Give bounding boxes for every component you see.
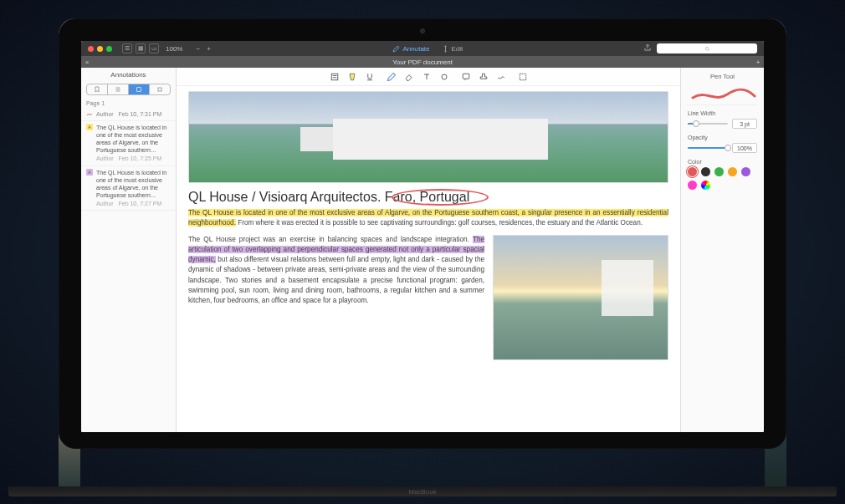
svg-rect-2 [158, 88, 161, 91]
pen-icon [387, 72, 397, 82]
new-tab-button[interactable]: + [752, 59, 764, 66]
tool-shape[interactable] [438, 71, 450, 83]
color-label: Color [688, 159, 757, 165]
camera-dot [420, 28, 425, 33]
annotation-toolbar [177, 68, 680, 86]
signature-icon [496, 72, 506, 82]
color-swatches [688, 167, 757, 190]
draw-icon [86, 110, 93, 117]
search-input[interactable] [657, 43, 757, 53]
filter-bookmarks[interactable] [87, 84, 108, 94]
linewidth-slider[interactable] [688, 123, 728, 125]
underline-icon [365, 72, 375, 82]
view-thumbnails-button[interactable]: ▦ [136, 43, 146, 53]
secondary-image [493, 235, 668, 360]
svg-rect-1 [137, 88, 141, 92]
app-window: ☰ ▦ ▭ 100% − + Annotate Edit [81, 41, 764, 432]
annotation-icon [136, 86, 142, 93]
mode-annotate-button[interactable]: Annotate [392, 45, 429, 53]
squiggle-icon [689, 86, 756, 103]
tool-form[interactable] [329, 71, 341, 83]
window-controls [88, 46, 112, 52]
titlebar: ☰ ▦ ▭ 100% − + Annotate Edit [81, 41, 764, 56]
filter-annotations[interactable] [129, 84, 150, 94]
highlight-tool-icon [347, 72, 357, 82]
opacity-value[interactable]: 100% [732, 143, 757, 153]
search-icon [704, 46, 710, 52]
pencil-icon [392, 45, 400, 53]
form-icon [330, 72, 340, 82]
eraser-icon [404, 72, 414, 82]
filter-misc[interactable] [150, 84, 170, 94]
sidebar-title: Annotations [81, 68, 176, 82]
share-button[interactable] [643, 43, 652, 53]
color-swatch-orange[interactable] [728, 167, 737, 176]
tab-bar: × Your PDF document + [81, 56, 764, 68]
tool-eraser[interactable] [403, 71, 415, 83]
svg-rect-6 [520, 74, 526, 80]
bookmark-icon [94, 86, 100, 93]
filter-outline[interactable] [108, 84, 129, 94]
annotation-item[interactable]: A The QL House is located in one of the … [81, 121, 176, 165]
note-icon [461, 72, 471, 82]
annotations-sidebar: Annotations [81, 68, 177, 432]
select-icon [518, 72, 528, 82]
document-heading: QL House / Visioarq Arquitectos. Faro, P… [188, 190, 668, 205]
zoom-in-button[interactable]: + [207, 45, 211, 53]
annotation-item[interactable]: A The QL House is located in one of the … [81, 166, 176, 211]
pen-preview [688, 84, 757, 105]
tool-text[interactable] [421, 71, 433, 83]
color-swatch-purple[interactable] [741, 167, 750, 176]
mode-edit-button[interactable]: Edit [442, 45, 463, 53]
svg-point-4 [442, 74, 447, 79]
tool-note[interactable] [460, 71, 472, 83]
linewidth-value[interactable]: 3 pt [732, 119, 757, 129]
tool-stamp[interactable] [478, 71, 489, 83]
color-swatch-pink[interactable] [688, 181, 697, 190]
zoom-level[interactable]: 100% [166, 45, 182, 53]
page-label: Page 1 [81, 99, 176, 108]
color-swatch-black[interactable] [701, 167, 710, 176]
annotation-item[interactable]: Author Feb 10, 7:31 PM [81, 108, 176, 121]
svg-point-0 [705, 47, 709, 50]
highlight-icon: A [86, 169, 93, 176]
opacity-label: Opacity [688, 135, 757, 140]
view-pages-button[interactable]: ▭ [149, 43, 159, 53]
color-swatch-red[interactable] [688, 167, 697, 176]
share-icon [643, 43, 652, 52]
tool-signature[interactable] [495, 71, 507, 83]
close-button[interactable] [88, 46, 94, 52]
document-main: QL House / Visioarq Arquitectos. Faro, P… [177, 68, 680, 432]
text-icon [422, 72, 432, 82]
minimize-button[interactable] [97, 46, 103, 52]
document-page[interactable]: QL House / Visioarq Arquitectos. Faro, P… [177, 86, 680, 432]
list-icon [115, 86, 121, 93]
inspector-title: Pen Tool [688, 73, 757, 80]
linewidth-label: Line Width [688, 110, 757, 116]
highlight-icon: A [86, 124, 93, 130]
tool-highlight[interactable] [346, 71, 358, 83]
shape-icon [439, 72, 449, 82]
sidebar-filter-tabs [86, 84, 171, 95]
svg-rect-5 [463, 74, 469, 79]
paragraph-2: The QL House project was an exercise in … [188, 235, 484, 360]
stamp-icon [479, 72, 489, 82]
tool-pen[interactable] [386, 71, 397, 83]
sidebar-toggle-button[interactable]: ☰ [122, 43, 132, 53]
square-icon [156, 86, 163, 93]
tool-underline[interactable] [364, 71, 376, 83]
tool-select[interactable] [517, 71, 529, 83]
zoom-out-button[interactable]: − [196, 45, 200, 53]
close-tab-button[interactable]: × [81, 59, 93, 66]
inspector-panel: Pen Tool Line Width 3 pt Opacity [680, 68, 764, 432]
opacity-slider[interactable] [688, 147, 728, 149]
tab-title[interactable]: Your PDF document [93, 59, 752, 66]
text-cursor-icon [442, 45, 449, 53]
color-swatch-rainbow[interactable] [701, 181, 710, 190]
color-swatch-green[interactable] [714, 167, 724, 176]
maximize-button[interactable] [106, 46, 112, 52]
hero-image [188, 91, 668, 183]
laptop-brand: MacBook [8, 486, 837, 496]
paragraph-1: The QL House is located in one of the mo… [188, 208, 668, 229]
svg-rect-3 [331, 74, 338, 80]
